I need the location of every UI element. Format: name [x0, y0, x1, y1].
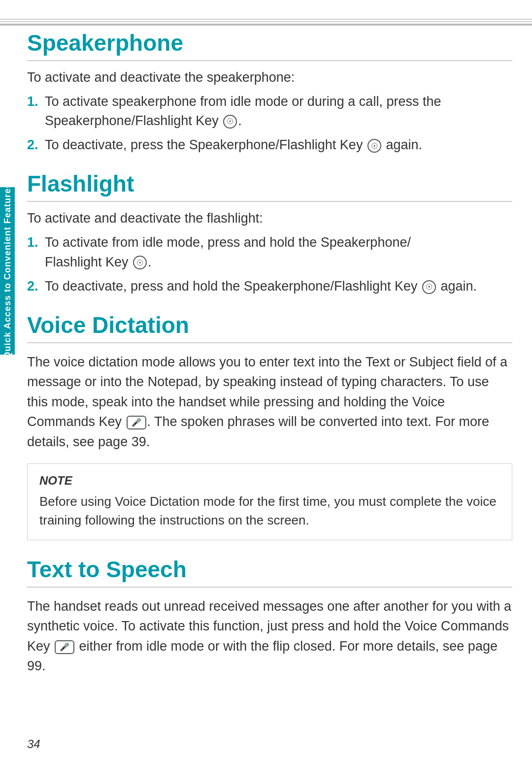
flashlight-title: Flashlight: [27, 170, 512, 202]
top-decoration: [0, 0, 532, 27]
step-text: To activate speakerphone from idle mode …: [45, 92, 512, 131]
list-item: 1. To activate from idle mode, press and…: [27, 233, 512, 271]
flashlight-key-icon: ☉: [133, 256, 147, 269]
speakerphone-section: Speakerphone To activate and deactivate …: [27, 30, 512, 155]
list-item: 2. To deactivate, press and hold the Spe…: [27, 277, 512, 296]
speakerphone-title: Speakerphone: [27, 30, 512, 61]
text-to-speech-body: The handset reads out unread received me…: [27, 596, 512, 676]
list-item: 2. To deactivate, press the Speakerphone…: [27, 135, 512, 155]
note-box: NOTE Before using Voice Dictation mode f…: [27, 463, 512, 540]
voice-commands-key-icon-2: 🎤: [55, 640, 74, 654]
side-tab: Quick Access to Convenient Features: [0, 187, 15, 355]
flashlight-intro: To activate and deactivate the flashligh…: [27, 211, 512, 226]
speakerphone-key-icon: ☉: [223, 115, 237, 129]
step-text: To deactivate, press the Speakerphone/Fl…: [45, 135, 512, 155]
step-number: 2.: [27, 277, 45, 296]
speakerphone-intro: To activate and deactivate the speakerph…: [27, 70, 512, 85]
step-number: 1.: [27, 92, 45, 111]
voice-dictation-section: Voice Dictation The voice dictation mode…: [27, 312, 512, 540]
step-number: 2.: [27, 135, 45, 155]
flashlight-steps: 1. To activate from idle mode, press and…: [27, 233, 512, 296]
step-text: To activate from idle mode, press and ho…: [45, 233, 512, 271]
text-to-speech-title: Text to Speech: [27, 556, 512, 588]
flashlight-section: Flashlight To activate and deactivate th…: [27, 170, 512, 296]
note-text: Before using Voice Dictation mode for th…: [39, 493, 500, 529]
text-to-speech-section: Text to Speech The handset reads out unr…: [27, 556, 512, 676]
voice-dictation-title: Voice Dictation: [27, 312, 512, 343]
step-number: 1.: [27, 233, 45, 252]
step-text: To deactivate, press and hold the Speake…: [45, 277, 512, 296]
voice-commands-key-icon: 🎤: [127, 416, 146, 429]
voice-dictation-body: The voice dictation mode allows you to e…: [27, 352, 512, 452]
note-label: NOTE: [39, 474, 500, 488]
list-item: 1. To activate speakerphone from idle mo…: [27, 92, 512, 131]
speakerphone-key-icon-2: ☉: [367, 139, 381, 153]
side-tab-label: Quick Access to Convenient Features: [2, 183, 13, 359]
flashlight-key-icon-2: ☉: [422, 280, 436, 294]
main-content: Speakerphone To activate and deactivate …: [27, 30, 512, 732]
speakerphone-steps: 1. To activate speakerphone from idle mo…: [27, 92, 512, 155]
page-number: 34: [27, 737, 40, 751]
